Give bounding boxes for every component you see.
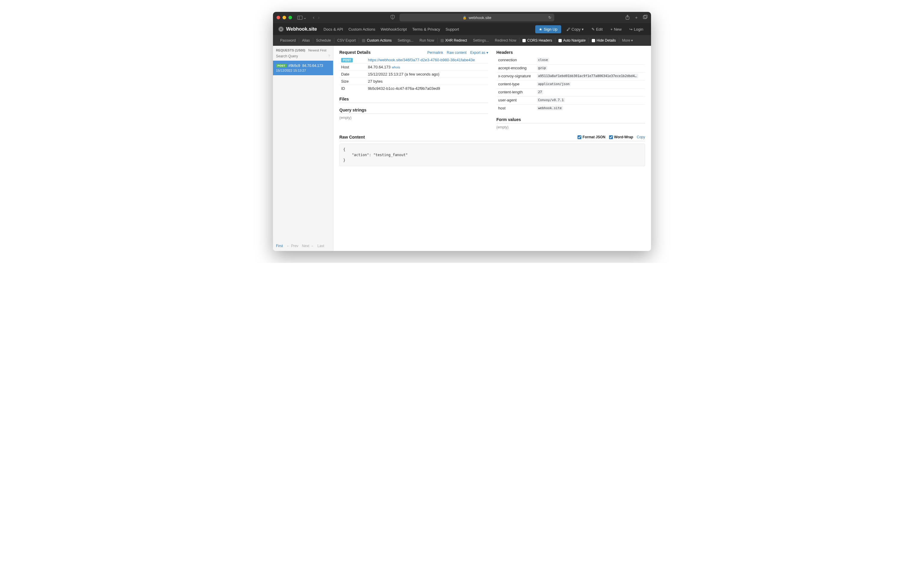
permalink-link[interactable]: Permalink bbox=[427, 51, 443, 55]
copy-icon: 🖉 bbox=[566, 27, 570, 31]
toolbar-hide-details[interactable]: Hide Details bbox=[589, 38, 619, 43]
toolbar-redirect-now[interactable]: Redirect Now bbox=[492, 38, 519, 43]
requests-sidebar: REQUESTS (1/500) Newest First ? POST #9b… bbox=[273, 46, 333, 251]
traffic-lights bbox=[277, 16, 292, 19]
detail-links: Permalink Raw content Export as ▾ bbox=[427, 51, 488, 55]
sidebar-header: REQUESTS (1/500) Newest First bbox=[273, 46, 333, 54]
request-list-item[interactable]: POST #9b5c9 84.70.64.173 15/12/2022 15:1… bbox=[273, 61, 333, 75]
header-value: gzip bbox=[537, 66, 548, 70]
header-key: x-convoy-signature bbox=[497, 72, 535, 81]
header-value: webhook.site bbox=[537, 106, 563, 110]
form-values-section: Form values (empty) bbox=[497, 117, 645, 129]
logo-icon bbox=[278, 26, 284, 32]
header-key: host bbox=[497, 105, 535, 113]
chevron-down-icon: ▾ bbox=[582, 27, 584, 31]
raw-content-title: Raw Content bbox=[339, 135, 365, 140]
main-area: REQUESTS (1/500) Newest First ? POST #9b… bbox=[273, 46, 651, 251]
nav-support[interactable]: Support bbox=[446, 27, 459, 31]
window-zoom-button[interactable] bbox=[289, 16, 292, 19]
toolbar-password[interactable]: Password bbox=[277, 38, 299, 43]
page-next[interactable]: Next → bbox=[302, 244, 314, 248]
checkbox-icon bbox=[558, 39, 562, 42]
nav-custom-actions[interactable]: Custom Actions bbox=[348, 27, 375, 31]
table-row: Date 15/12/2022 15:13:27 (a few seconds … bbox=[339, 71, 488, 78]
toolbar-more[interactable]: More ▾ bbox=[619, 38, 636, 43]
header-key: accept-encoding bbox=[497, 64, 535, 72]
edit-button[interactable]: ✎ Edit bbox=[589, 25, 605, 33]
headers-title-row: Headers bbox=[497, 50, 645, 55]
sidebar-toggle-icon[interactable]: ⌄ bbox=[297, 15, 307, 20]
toolbar-schedule[interactable]: Schedule bbox=[313, 38, 334, 43]
help-icon[interactable]: ? bbox=[328, 54, 330, 58]
address-bar[interactable]: 🔒 webhook.site ↻ bbox=[399, 14, 554, 21]
toolbar-settings-2[interactable]: Settings... bbox=[470, 38, 492, 43]
new-tab-icon[interactable]: + bbox=[635, 15, 638, 21]
table-row: connectionclose bbox=[497, 56, 645, 64]
copy-raw-button[interactable]: Copy bbox=[637, 135, 645, 139]
nav-docs[interactable]: Docs & API bbox=[323, 27, 343, 31]
forward-button[interactable]: › bbox=[318, 15, 319, 20]
checkbox-icon bbox=[441, 39, 444, 42]
browser-titlebar: ⌄ ‹ › 🔒 webhook.site ↻ + bbox=[273, 12, 651, 23]
toolbar-xhr-redirect[interactable]: XHR Redirect bbox=[437, 38, 470, 43]
page-last[interactable]: Last bbox=[317, 244, 324, 248]
id-label: ID bbox=[339, 85, 366, 92]
query-strings-title: Query strings bbox=[339, 108, 488, 114]
copy-dropdown[interactable]: 🖉 Copy ▾ bbox=[564, 25, 586, 33]
method-badge: POST bbox=[276, 64, 287, 67]
toolbar-auto-navigate[interactable]: Auto Navigate bbox=[556, 38, 589, 43]
header-value: application/json bbox=[537, 82, 571, 86]
query-strings-empty: (empty) bbox=[339, 116, 488, 120]
toolbar-run-now[interactable]: Run Now bbox=[416, 38, 437, 43]
raw-content-link[interactable]: Raw content bbox=[447, 51, 467, 55]
reload-icon[interactable]: ↻ bbox=[548, 15, 551, 20]
toolbar-alias[interactable]: Alias bbox=[299, 38, 313, 43]
nav-right: ★ Sign Up 🖉 Copy ▾ ✎ Edit + New ↪ Login bbox=[535, 25, 646, 33]
search-row: ? bbox=[273, 54, 333, 61]
whois-link[interactable]: whois bbox=[392, 66, 400, 69]
form-values-empty: (empty) bbox=[497, 125, 645, 129]
toolbar-settings-1[interactable]: Settings... bbox=[395, 38, 416, 43]
window-minimize-button[interactable] bbox=[282, 16, 286, 19]
chevron-down-icon: ▾ bbox=[631, 38, 633, 43]
login-label: Login bbox=[634, 27, 643, 31]
request-url[interactable]: https://webhook.site/346f3a77-d2e3-4760-… bbox=[368, 58, 475, 62]
sort-toggle[interactable]: Newest First bbox=[308, 48, 326, 52]
word-wrap-toggle[interactable]: Word-Wrap bbox=[609, 135, 633, 139]
checkbox-icon bbox=[592, 39, 595, 42]
toolbar-cors-headers[interactable]: CORS Headers bbox=[520, 38, 555, 43]
tabs-overview-icon[interactable] bbox=[643, 15, 647, 21]
signup-button[interactable]: ★ Sign Up bbox=[535, 25, 561, 33]
login-button[interactable]: ↪ Login bbox=[627, 25, 646, 33]
nav-arrows: ‹ › bbox=[313, 15, 320, 20]
back-button[interactable]: ‹ bbox=[313, 15, 314, 20]
edit-icon: ✎ bbox=[591, 27, 595, 31]
table-row: accept-encodinggzip bbox=[497, 64, 645, 72]
nav-webhookscript[interactable]: WebhookScript bbox=[381, 27, 407, 31]
page-prev[interactable]: ← Prev bbox=[286, 244, 298, 248]
toolbar-custom-actions[interactable]: Custom Actions bbox=[359, 38, 394, 43]
privacy-shield-icon[interactable] bbox=[391, 15, 395, 20]
table-row: x-convoy-signaturea95113a8af1ebd01bb301a… bbox=[497, 72, 645, 81]
format-json-toggle[interactable]: Format JSON bbox=[578, 135, 606, 139]
headers-table: connectionclose accept-encodinggzip x-co… bbox=[497, 56, 645, 112]
window-close-button[interactable] bbox=[277, 16, 280, 19]
page-first[interactable]: First bbox=[276, 244, 283, 248]
new-button[interactable]: + New bbox=[608, 25, 624, 33]
headers-title: Headers bbox=[497, 50, 513, 55]
format-json-checkbox[interactable] bbox=[578, 135, 581, 139]
request-item-datetime: 15/12/2022 15:13:27 bbox=[276, 69, 330, 72]
pagination: First ← Prev Next → Last bbox=[273, 241, 333, 251]
edit-label: Edit bbox=[596, 27, 602, 31]
export-dropdown[interactable]: Export as ▾ bbox=[470, 51, 488, 55]
toolbar-csv-export[interactable]: CSV Export bbox=[334, 38, 359, 43]
nav-terms[interactable]: Terms & Privacy bbox=[412, 27, 440, 31]
word-wrap-checkbox[interactable] bbox=[609, 135, 613, 139]
header-value: 27 bbox=[537, 90, 543, 94]
search-input[interactable] bbox=[276, 54, 328, 58]
brand-logo[interactable]: Webhook.site bbox=[278, 26, 317, 32]
share-icon[interactable] bbox=[625, 15, 630, 21]
request-ip: 84.70.64.173 bbox=[302, 64, 323, 68]
svg-rect-4 bbox=[643, 16, 646, 19]
id-value: 9b5c9432-b1cc-4c47-876a-42f9b7a03ed9 bbox=[366, 85, 488, 92]
